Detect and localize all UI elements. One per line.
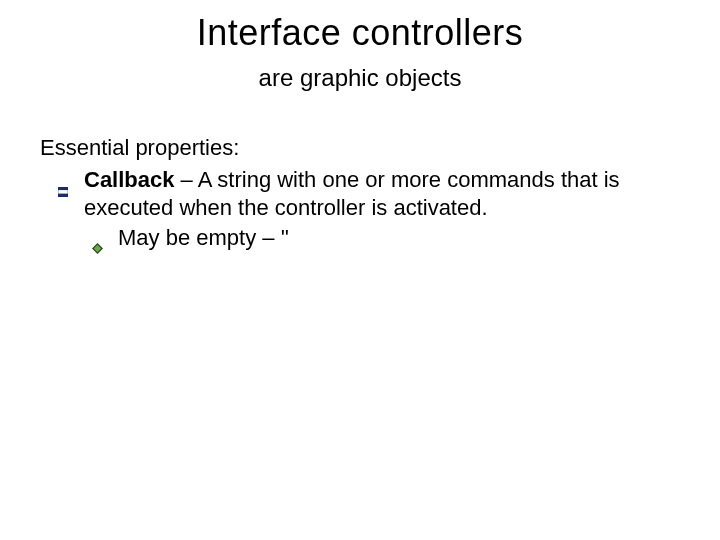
sub-bullet-item-empty: May be empty – '': [84, 224, 680, 252]
bullet-item-text: Callback – A string with one or more com…: [84, 167, 620, 220]
sub-bullet-item-text: May be empty – '': [118, 225, 289, 250]
slide: Interface controllers are graphic object…: [0, 12, 720, 540]
lead-text: Essential properties:: [40, 134, 680, 162]
diamond-bullet-icon: [92, 233, 103, 244]
slide-subtitle: are graphic objects: [0, 64, 720, 92]
svg-rect-0: [58, 187, 68, 190]
svg-rect-2: [58, 194, 68, 197]
bullet-item-callback: Callback – A string with one or more com…: [50, 166, 680, 222]
svg-rect-1: [58, 190, 68, 193]
square-bullet-icon: [58, 176, 68, 186]
bullet-item-bold: Callback: [84, 167, 175, 192]
slide-title: Interface controllers: [0, 12, 720, 54]
slide-body: Essential properties: Callback – A strin…: [40, 134, 680, 253]
